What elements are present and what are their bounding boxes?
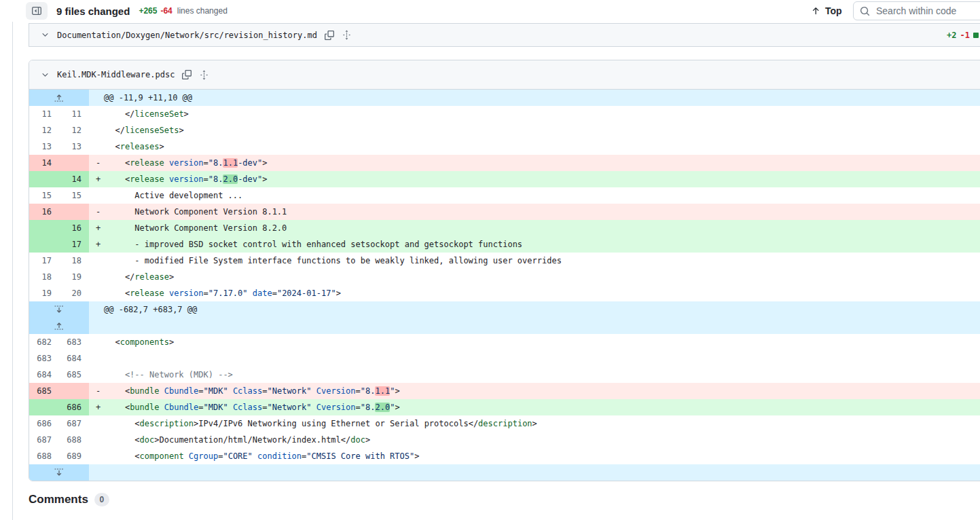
old-line-number[interactable]: 687: [29, 432, 59, 448]
diff-sign: [89, 122, 105, 138]
new-line-number[interactable]: 689: [59, 448, 89, 464]
code-line: - improved BSD socket control with enhan…: [105, 236, 980, 253]
arrow-up-icon: [811, 6, 820, 16]
expand-down-button[interactable]: [54, 464, 65, 481]
diff-sign: -: [89, 155, 105, 171]
new-line-number[interactable]: 685: [59, 367, 89, 383]
old-line-number[interactable]: 19: [29, 285, 59, 301]
search-icon: [854, 6, 870, 16]
code-line: - modified File System interface functio…: [105, 253, 980, 269]
new-line-number[interactable]: 17: [59, 236, 89, 253]
code-line: </licenseSets>: [105, 122, 980, 138]
new-line-number[interactable]: 12: [59, 122, 89, 138]
old-line-number[interactable]: 11: [29, 106, 59, 122]
total-additions: +265: [139, 6, 157, 16]
new-line-number[interactable]: 11: [59, 106, 89, 122]
old-line-number[interactable]: 18: [29, 269, 59, 285]
new-line-number[interactable]: 688: [59, 432, 89, 448]
file-tree-toggle-button[interactable]: [26, 2, 48, 20]
old-line-number[interactable]: [29, 171, 59, 187]
old-line-number[interactable]: 15: [29, 187, 59, 204]
expand-up-button[interactable]: [54, 90, 65, 106]
drag-grip-icon[interactable]: [199, 70, 209, 80]
diffstat-square: [973, 33, 979, 38]
new-line-number[interactable]: 686: [59, 399, 89, 415]
old-line-number[interactable]: 686: [29, 415, 59, 432]
new-line-number[interactable]: 687: [59, 415, 89, 432]
copy-path-icon[interactable]: [325, 31, 334, 40]
file-tree-divider[interactable]: [12, 0, 13, 520]
diff-line-row: 688689 <component Cgroup="CORE" conditio…: [29, 448, 980, 464]
code-line: </release>: [105, 269, 980, 285]
lines-changed-label: lines changed: [177, 6, 228, 16]
search-within-code-input[interactable]: [875, 5, 979, 17]
new-line-number[interactable]: 18: [59, 253, 89, 269]
old-line-number[interactable]: 14: [29, 155, 59, 171]
file-panel-pdsc: Keil.MDK-Middleware.pdsc @@ -11,9 +11,10…: [29, 60, 980, 481]
diff-line-row: 683684: [29, 350, 980, 367]
code-line: <component Cgroup="CORE" condition="CMSI…: [105, 448, 980, 464]
back-to-top-link[interactable]: Top: [811, 0, 842, 22]
code-line: <releases>: [105, 138, 980, 155]
new-line-number[interactable]: 19: [59, 269, 89, 285]
file-deletions: -1: [960, 31, 969, 40]
new-line-number[interactable]: 20: [59, 285, 89, 301]
new-line-number[interactable]: 14: [59, 171, 89, 187]
old-line-number[interactable]: 688: [29, 448, 59, 464]
new-line-number[interactable]: 13: [59, 138, 89, 155]
top-link-label: Top: [825, 5, 842, 16]
old-line-number[interactable]: 12: [29, 122, 59, 138]
expand-gutter: [29, 301, 89, 334]
code-line: [105, 350, 980, 367]
old-line-number[interactable]: 16: [29, 204, 59, 220]
files-changed-title: 9 files changed: [56, 5, 130, 17]
diff-sign: [89, 106, 105, 122]
diff-line-row: 14- <release version="8.1.1-dev">: [29, 155, 980, 171]
expand-down-button[interactable]: [54, 301, 65, 318]
code-line: Network Component Version 8.1.1: [105, 204, 980, 220]
diff-sign: [89, 285, 105, 301]
chevron-down-icon[interactable]: [41, 71, 50, 79]
new-line-number[interactable]: [59, 383, 89, 399]
expand-up-button[interactable]: [54, 318, 65, 334]
file-additions: +2: [947, 31, 956, 40]
diff-line-row: 1718 - modified File System interface fu…: [29, 253, 980, 269]
file-path: Keil.MDK-Middleware.pdsc: [57, 70, 175, 79]
comments-count-badge: 0: [94, 493, 109, 506]
diff-sign: [89, 138, 105, 155]
expand-row: [29, 464, 980, 481]
old-line-number[interactable]: [29, 399, 59, 415]
new-line-number[interactable]: 684: [59, 350, 89, 367]
diff-line-row: 685- <bundle Cbundle="MDK" Cclass="Netwo…: [29, 383, 980, 399]
diff-line-row: 16+ Network Component Version 8.2.0: [29, 220, 980, 236]
old-line-number[interactable]: 17: [29, 253, 59, 269]
expand-gutter: [29, 90, 89, 106]
old-line-number[interactable]: [29, 220, 59, 236]
drag-grip-icon[interactable]: [342, 30, 352, 40]
file-path: Documentation/Doxygen/Network/src/revisi…: [57, 31, 317, 40]
expand-gutter: [29, 464, 89, 481]
unfold-down-icon: [54, 304, 65, 315]
new-line-number[interactable]: [59, 204, 89, 220]
diff-line-row: 14+ <release version="8.2.0-dev">: [29, 171, 980, 187]
copy-path-icon[interactable]: [182, 70, 192, 79]
old-line-number[interactable]: 683: [29, 350, 59, 367]
old-line-number[interactable]: 13: [29, 138, 59, 155]
chevron-down-icon[interactable]: [41, 31, 50, 39]
unfold-up-icon: [54, 92, 65, 103]
diff-line-row: 687688 <doc>Documentation/html/Network/i…: [29, 432, 980, 448]
old-line-number[interactable]: [29, 236, 59, 253]
diff-line-row: 1212 </licenseSets>: [29, 122, 980, 138]
new-line-number[interactable]: [59, 155, 89, 171]
new-line-number[interactable]: 15: [59, 187, 89, 204]
old-line-number[interactable]: 684: [29, 367, 59, 383]
diff-line-row: 1819 </release>: [29, 269, 980, 285]
new-line-number[interactable]: 16: [59, 220, 89, 236]
diff-line-row: 682683 <components>: [29, 334, 980, 350]
diff-sign: [89, 334, 105, 350]
new-line-number[interactable]: 683: [59, 334, 89, 350]
old-line-number[interactable]: 682: [29, 334, 59, 350]
unfold-down-icon: [54, 467, 65, 478]
diff-sign: [89, 350, 105, 367]
old-line-number[interactable]: 685: [29, 383, 59, 399]
